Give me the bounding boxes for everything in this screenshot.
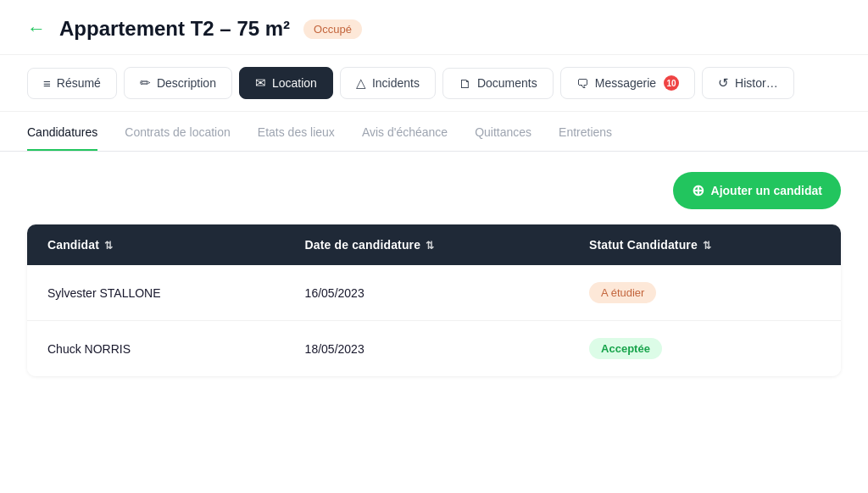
cell-candidat-1: Chuck NORRIS [27,321,285,377]
documents-tab-icon: 🗋 [459,76,471,91]
tab-messagerie[interactable]: 🗨Messagerie10 [560,67,695,99]
messagerie-tab-label: Messagerie [595,76,656,90]
cell-statut-1: Acceptée [569,321,841,377]
table-header-row: Candidat⇅Date de candidature⇅Statut Cand… [27,224,841,265]
description-tab-label: Description [157,76,216,90]
sub-nav-avis[interactable]: Avis d'échéance [362,114,448,151]
sub-nav-etats[interactable]: Etats des lieux [258,114,335,151]
status-badge: Occupé [303,19,362,39]
status-badge-1: Acceptée [589,338,662,359]
plus-icon: ⊕ [692,181,704,200]
add-candidate-button[interactable]: ⊕ Ajouter un candidat [673,172,841,209]
add-candidate-label: Ajouter un candidat [711,184,822,197]
incidents-tab-icon: △ [356,75,366,91]
resume-tab-label: Résumé [57,76,101,90]
messagerie-tab-icon: 🗨 [576,76,589,91]
sub-nav-entretiens[interactable]: Entretiens [559,114,612,151]
col-header-candidat[interactable]: Candidat⇅ [27,224,285,265]
cell-statut-0: A étudier [569,265,841,321]
add-candidate-row: ⊕ Ajouter un candidat [27,172,841,209]
tab-incidents[interactable]: △Incidents [340,67,436,99]
incidents-tab-label: Incidents [372,76,420,90]
tab-bar: ≡Résumé✏Description✉Location△Incidents🗋D… [0,55,868,112]
tab-location[interactable]: ✉Location [239,67,333,99]
tab-resume[interactable]: ≡Résumé [27,68,117,99]
status-badge-0: A étudier [589,282,656,303]
sort-icon-date: ⇅ [426,240,434,252]
sub-nav: CandidaturesContrats de locationEtats de… [0,114,868,152]
location-tab-label: Location [272,76,317,90]
page-title: Appartement T2 – 75 m² [59,17,290,41]
col-header-statut[interactable]: Statut Candidature⇅ [569,224,841,265]
documents-tab-label: Documents [477,76,537,90]
messagerie-badge: 10 [664,75,679,91]
table-row: Chuck NORRIS18/05/2023Acceptée [27,321,841,377]
sort-icon-candidat: ⇅ [104,240,113,252]
content-area: ⊕ Ajouter un candidat Candidat⇅Date de c… [0,152,868,396]
resume-tab-icon: ≡ [43,76,51,91]
back-button[interactable]: ← [27,18,46,40]
table-row: Sylvester STALLONE16/05/2023A étudier [27,265,841,321]
location-tab-icon: ✉ [255,75,266,91]
sort-icon-statut: ⇅ [703,240,711,252]
candidates-table: Candidat⇅Date de candidature⇅Statut Cand… [27,224,841,376]
table-header: Candidat⇅Date de candidature⇅Statut Cand… [27,224,841,265]
cell-candidat-0: Sylvester STALLONE [27,265,285,321]
tab-description[interactable]: ✏Description [124,67,232,99]
description-tab-icon: ✏ [140,75,151,91]
page-header: ← Appartement T2 – 75 m² Occupé [0,0,868,55]
historique-tab-icon: ↺ [718,75,729,91]
sub-nav-contrats[interactable]: Contrats de location [125,114,231,151]
historique-tab-label: Histor… [735,76,778,90]
sub-nav-candidatures[interactable]: Candidatures [27,114,97,151]
col-header-date[interactable]: Date de candidature⇅ [285,224,569,265]
tab-documents[interactable]: 🗋Documents [442,68,554,99]
cell-date-1: 18/05/2023 [285,321,569,377]
cell-date-0: 16/05/2023 [285,265,569,321]
tab-historique[interactable]: ↺Histor… [702,67,794,99]
sub-nav-quittances[interactable]: Quittances [475,114,531,151]
table-body: Sylvester STALLONE16/05/2023A étudierChu… [27,265,841,376]
